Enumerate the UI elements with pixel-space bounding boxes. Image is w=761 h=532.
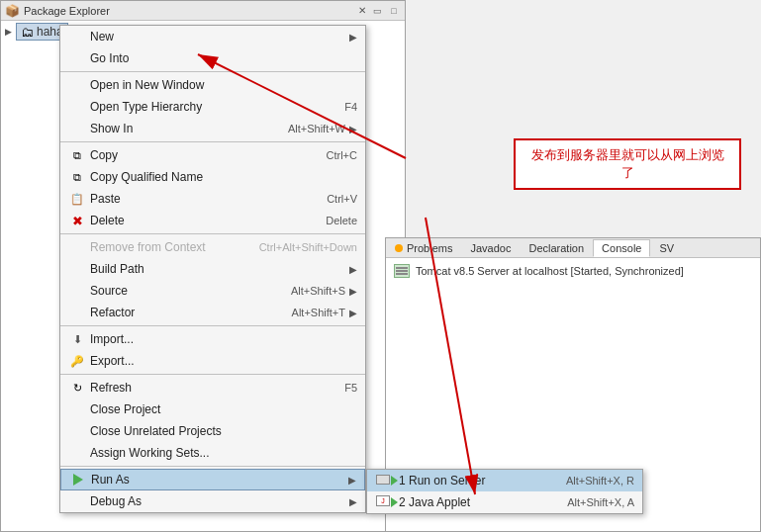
run-as-submenu: 1 Run on Server Alt+Shift+X, R J 2 Java … [366,469,643,514]
shortcut-source: Alt+Shift+S [291,285,345,297]
submenu-label-run-on-server: 1 Run on Server [399,474,546,488]
menu-label-build-path: Build Path [90,262,345,276]
bottom-panel-tabs: Problems Javadoc Declaration Console SV [386,238,760,258]
menu-item-remove-context[interactable]: Remove from Context Ctrl+Alt+Shift+Down [60,236,365,258]
shortcut-java-applet: Alt+Shift+X, A [567,496,634,508]
menu-item-go-into[interactable]: Go Into [60,47,365,69]
shortcut-refactor: Alt+Shift+T [292,307,345,318]
arrow-icon-build-path: ▶ [349,264,357,275]
tab-javadoc[interactable]: Javadoc [461,239,520,257]
menu-item-export[interactable]: 🔑 Export... [60,350,365,372]
menu-item-debug-as[interactable]: Debug As ▶ [60,490,365,512]
export-icon: 🔑 [68,353,86,369]
menu-label-source: Source [90,284,271,298]
tab-label-declaration: Declaration [528,242,584,254]
copy-icon: ⧉ [68,147,86,163]
menu-item-source[interactable]: Source Alt+Shift+S ▶ [60,280,365,302]
menu-item-close-unrelated[interactable]: Close Unrelated Projects [60,420,365,442]
server-entry: Tomcat v8.5 Server at localhost [Started… [394,262,752,280]
menu-label-close-project: Close Project [90,402,357,416]
folder-icon: 🗂 [21,25,34,40]
menu-item-paste[interactable]: 📋 Paste Ctrl+V [60,188,365,210]
menu-item-copy-qualified[interactable]: ⧉ Copy Qualified Name [60,166,365,188]
menu-item-close-project[interactable]: Close Project [60,399,365,420]
panel-header: 📦 Package Explorer ✕ ▭ □ [1,1,405,21]
menu-label-open-type-hierarchy: Open Type Hierarchy [90,100,325,114]
shortcut-delete: Delete [326,215,357,226]
build-path-icon [68,261,86,277]
menu-label-import: Import... [90,332,357,346]
tab-label-console: Console [602,242,641,254]
menu-label-refactor: Refactor [90,306,272,319]
menu-item-delete[interactable]: ✖ Delete Delete [60,210,365,231]
panel-close-icon[interactable]: ✕ [358,5,366,16]
menu-label-delete: Delete [90,214,306,227]
shortcut-refresh: F5 [344,382,357,394]
tab-declaration[interactable]: Declaration [520,239,593,257]
tab-console[interactable]: Console [593,239,650,257]
import-icon: ⬇ [68,331,86,347]
tab-label-javadoc: Javadoc [470,242,511,254]
tab-label-problems: Problems [407,242,452,254]
open-new-window-icon [68,77,86,93]
arrow-icon-show-in: ▶ [349,124,357,134]
separator-4 [60,325,365,326]
menu-item-copy[interactable]: ⧉ Copy Ctrl+C [60,144,365,166]
submenu-item-run-on-server[interactable]: 1 Run on Server Alt+Shift+X, R [367,470,642,491]
menu-label-remove-context: Remove from Context [90,240,239,254]
minimize-icon[interactable]: ▭ [370,4,384,18]
remove-context-icon [68,239,86,255]
arrow-icon-source: ▶ [349,286,357,297]
submenu-label-java-applet: 2 Java Applet [399,495,547,509]
problems-tab-dot [395,244,403,252]
refactor-icon [68,305,86,320]
menu-item-show-in[interactable]: Show In Alt+Shift+W ▶ [60,118,365,139]
menu-label-go-into: Go Into [90,51,357,65]
menu-item-run-as[interactable]: Run As ▶ [60,469,365,490]
expand-arrow[interactable]: ▶ [5,27,12,37]
tab-label-sv: SV [659,242,674,254]
menu-label-close-unrelated: Close Unrelated Projects [90,424,357,438]
menu-item-refactor[interactable]: Refactor Alt+Shift+T ▶ [60,302,365,323]
tab-problems[interactable]: Problems [386,239,461,257]
menu-label-paste: Paste [90,192,307,206]
shortcut-f4: F4 [344,101,357,113]
separator-5 [60,374,365,375]
annotation-box: 发布到服务器里就可以从网上浏览了 [514,138,741,190]
arrow-icon-debug-as: ▶ [349,496,357,507]
annotation-text: 发布到服务器里就可以从网上浏览了 [531,147,724,180]
menu-item-refresh[interactable]: ↻ Refresh F5 [60,377,365,399]
close-project-icon [68,401,86,417]
menu-label-debug-as: Debug As [90,494,345,508]
separator-6 [60,466,365,467]
menu-label-show-in: Show In [90,122,268,135]
menu-label-run-as: Run As [91,473,218,487]
new-icon [68,29,86,44]
arrow-icon-run-as: ▶ [348,475,356,486]
shortcut-remove-context: Ctrl+Alt+Shift+Down [259,241,357,253]
server-status-icon [394,264,410,278]
menu-label-assign-working: Assign Working Sets... [90,446,357,460]
arrow-icon: ▶ [349,32,357,43]
copy-qualified-icon: ⧉ [68,169,86,185]
paste-icon: 📋 [68,191,86,207]
menu-item-open-new-window[interactable]: Open in New Window [60,74,365,96]
menu-item-import[interactable]: ⬇ Import... [60,328,365,350]
panel-title: Package Explorer [24,5,354,17]
tab-sv[interactable]: SV [650,239,683,257]
shortcut-run-on-server: Alt+Shift+X, R [566,475,634,487]
menu-item-assign-working[interactable]: Assign Working Sets... [60,442,365,464]
maximize-icon[interactable]: □ [387,4,401,18]
menu-label-refresh: Refresh [90,381,325,395]
go-into-icon [68,50,86,66]
submenu-item-java-applet[interactable]: J 2 Java Applet Alt+Shift+X, A [367,491,642,513]
menu-item-new[interactable]: New ▶ [60,26,365,47]
menu-label-copy: Copy [90,148,307,162]
menu-item-open-type-hierarchy[interactable]: Open Type Hierarchy F4 [60,96,365,118]
bottom-panel-content: Tomcat v8.5 Server at localhost [Started… [386,258,760,284]
close-unrelated-icon [68,423,86,439]
menu-label-new: New [90,30,345,44]
run-as-icon [69,472,87,488]
menu-item-build-path[interactable]: Build Path ▶ [60,258,365,280]
separator-1 [60,71,365,72]
